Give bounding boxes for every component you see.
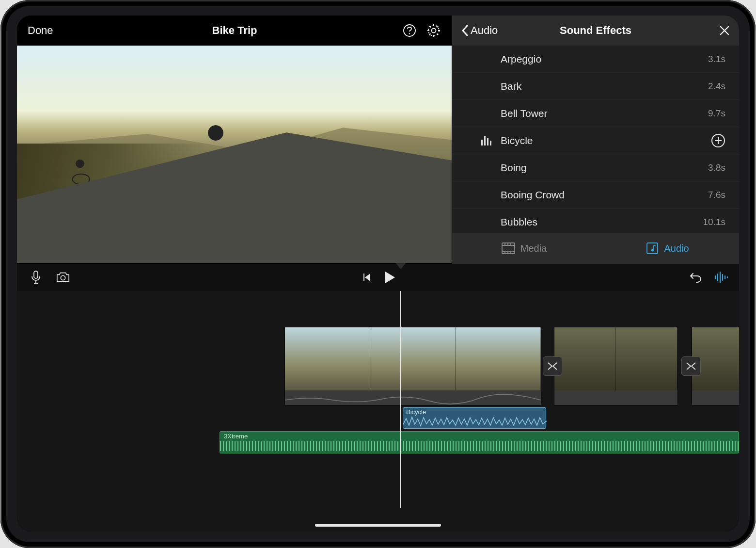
- svg-point-2: [432, 29, 436, 33]
- tab-media[interactable]: Media: [452, 233, 596, 264]
- sound-effect-duration: 3.8s: [708, 162, 725, 173]
- play-icon: [383, 271, 396, 284]
- close-panel-button[interactable]: [719, 25, 730, 36]
- ipad-frame: Done Bike Trip: [0, 0, 756, 548]
- timeline-toolbar: [17, 264, 739, 291]
- skip-back-icon: [361, 272, 372, 283]
- help-icon: [403, 24, 416, 37]
- transition-icon: [685, 360, 697, 372]
- sound-effect-name: Bark: [501, 81, 708, 92]
- sound-effect-duration: 7.6s: [708, 190, 725, 200]
- audio-waveform-icon: [714, 271, 728, 284]
- svg-rect-9: [502, 243, 515, 254]
- close-icon: [719, 25, 730, 36]
- audio-edit-button[interactable]: [714, 270, 728, 285]
- music-waveform: [220, 441, 739, 451]
- play-button[interactable]: [382, 270, 397, 285]
- sound-effect-row[interactable]: Bicycle: [452, 127, 739, 154]
- clip-audio-waveform: [285, 390, 541, 405]
- sound-effect-row[interactable]: Arpeggio3.1s: [452, 46, 739, 73]
- sound-effect-duration: 3.1s: [708, 54, 725, 64]
- home-indicator[interactable]: [315, 524, 441, 527]
- svg-point-11: [651, 249, 654, 251]
- camera-icon: [56, 271, 70, 284]
- sound-effect-name: Arpeggio: [501, 53, 708, 65]
- sound-effect-duration: 9.7s: [708, 108, 725, 119]
- sfx-waveform: [403, 415, 547, 427]
- rewind-button[interactable]: [359, 270, 374, 285]
- top-row: Done Bike Trip: [17, 16, 739, 264]
- gear-icon: [426, 23, 441, 38]
- sound-effect-name: Bicycle: [501, 135, 711, 146]
- svg-point-1: [409, 33, 410, 34]
- project-title: Bike Trip: [17, 24, 452, 37]
- row-playing-indicator: [452, 136, 501, 145]
- panel-header: Audio Sound Effects: [452, 16, 739, 46]
- back-label: Audio: [471, 24, 498, 37]
- sound-effect-name: Bubbles: [501, 216, 703, 228]
- filmstrip-icon: [501, 242, 516, 255]
- viewer-pane: Done Bike Trip: [17, 16, 452, 264]
- tab-audio-label: Audio: [664, 243, 689, 254]
- back-to-audio-button[interactable]: Audio: [461, 24, 498, 37]
- svg-rect-6: [487, 138, 488, 145]
- transition-icon: [547, 360, 558, 372]
- sound-effects-panel: Audio Sound Effects Arpeggio3.1sBark2.4s…: [452, 16, 739, 264]
- playhead[interactable]: [400, 291, 401, 508]
- svg-rect-4: [481, 140, 483, 145]
- sound-effect-name: Bell Tower: [501, 108, 708, 119]
- tab-media-label: Media: [520, 243, 547, 254]
- sound-effect-duration: 2.4s: [708, 81, 725, 92]
- sound-effect-row[interactable]: Boing3.8s: [452, 154, 739, 181]
- sound-effect-row[interactable]: Bark2.4s: [452, 73, 739, 100]
- music-clip-label: 3Xtreme: [224, 433, 248, 440]
- sound-effects-list[interactable]: Arpeggio3.1sBark2.4sBell Tower9.7sBicycl…: [452, 46, 739, 233]
- sfx-clip-bicycle[interactable]: Bicycle: [403, 407, 546, 429]
- done-button[interactable]: Done: [28, 24, 53, 37]
- undo-button[interactable]: [688, 270, 702, 285]
- sound-effect-row[interactable]: Booing Crowd7.6s: [452, 181, 739, 209]
- record-voiceover-button[interactable]: [29, 270, 43, 285]
- sound-effect-name: Booing Crowd: [501, 189, 708, 201]
- video-clip-1[interactable]: [284, 327, 541, 405]
- sound-effect-row[interactable]: Bubbles10.1s: [452, 209, 739, 233]
- svg-rect-10: [647, 243, 658, 254]
- video-clip-2[interactable]: [554, 327, 678, 405]
- viewer-preview[interactable]: [17, 46, 452, 263]
- audio-bars-icon: [481, 136, 492, 145]
- svg-rect-7: [490, 141, 491, 145]
- tab-audio[interactable]: Audio: [596, 233, 739, 264]
- clip-audio-waveform: [554, 390, 677, 405]
- panel-tabs: Media Audio: [452, 233, 739, 264]
- microphone-icon: [30, 270, 42, 285]
- clip-audio-waveform: [692, 390, 739, 405]
- svg-rect-5: [484, 136, 486, 145]
- music-note-icon: [646, 242, 659, 255]
- music-clip-3xtreme[interactable]: 3Xtreme: [220, 431, 739, 453]
- transition-2[interactable]: [681, 356, 701, 376]
- transition-1[interactable]: [543, 356, 562, 376]
- svg-point-13: [61, 275, 65, 280]
- chevron-left-icon: [461, 24, 470, 37]
- sound-effect-row[interactable]: Bell Tower9.7s: [452, 100, 739, 127]
- undo-icon: [688, 272, 702, 283]
- help-button[interactable]: [402, 23, 417, 38]
- viewer-header: Done Bike Trip: [17, 16, 452, 46]
- settings-button[interactable]: [426, 23, 441, 38]
- camera-button[interactable]: [56, 270, 70, 285]
- sound-effect-name: Boing: [501, 162, 708, 174]
- add-sound-button[interactable]: [711, 133, 725, 148]
- svg-rect-12: [34, 271, 38, 278]
- app-screen: Done Bike Trip: [17, 16, 739, 532]
- timeline[interactable]: Bicycle 3Xtreme: [17, 291, 739, 532]
- plus-circle-icon: [711, 133, 725, 148]
- sound-effect-duration: 10.1s: [703, 217, 725, 227]
